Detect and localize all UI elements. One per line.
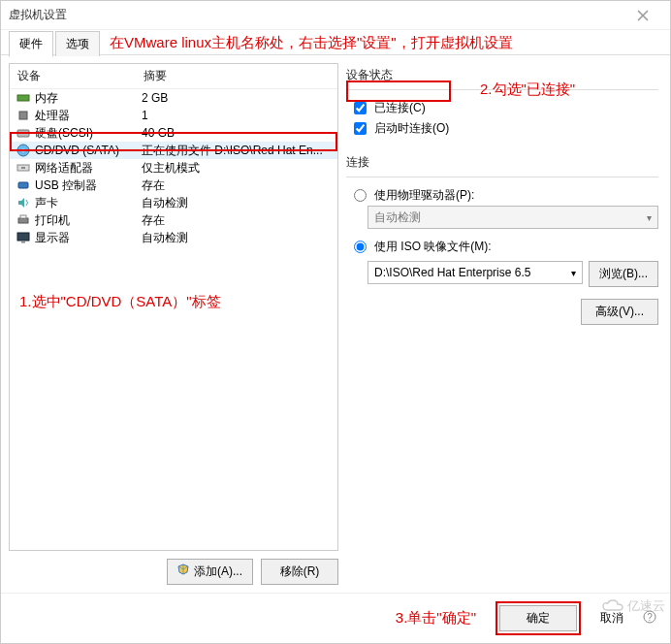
- annotation-step2: 2.勾选"已连接": [480, 80, 575, 99]
- summary-label: 2 GB: [142, 91, 332, 105]
- help-icon[interactable]: ?: [643, 610, 656, 627]
- svg-rect-2: [17, 130, 29, 137]
- device-label: 处理器: [35, 108, 142, 124]
- iso-path-value: D:\ISO\Red Hat Enterprise 6.5: [374, 266, 530, 279]
- svg-rect-11: [21, 242, 25, 243]
- display-icon: [16, 231, 31, 244]
- connected-checkbox-row[interactable]: 已连接(C): [346, 98, 658, 118]
- left-buttons: 添加(A)... 移除(R): [9, 559, 338, 585]
- annotation-top: 在VMware linux主机名称处，右击选择"设置"，打开虚拟机设置: [110, 34, 513, 52]
- cpu-icon: [16, 109, 31, 122]
- sound-icon: [16, 196, 31, 209]
- connection-title: 连接: [346, 154, 658, 171]
- chevron-down-icon: ▾: [647, 212, 652, 223]
- annotation-box-ok: 确定: [495, 601, 581, 635]
- body-area: 设备 摘要 内存 2 GB 处理器 1: [1, 55, 670, 593]
- hw-row-display[interactable]: 显示器 自动检测: [10, 229, 337, 246]
- physical-drive-dropdown-wrap: 自动检测 ▾: [367, 206, 658, 229]
- connected-checkbox[interactable]: [354, 102, 367, 114]
- hw-row-cddvd[interactable]: CD/DVD (SATA) 正在使用文件 D:\ISO\Red Hat En..…: [10, 142, 337, 159]
- connected-label: 已连接(C): [374, 100, 426, 116]
- add-hardware-button[interactable]: 添加(A)...: [167, 559, 253, 585]
- remove-hardware-button[interactable]: 移除(R): [261, 559, 338, 585]
- summary-label: 存在: [142, 212, 332, 229]
- hardware-list-header: 设备 摘要: [10, 64, 337, 89]
- tab-options[interactable]: 选项: [55, 31, 100, 56]
- hw-row-usb[interactable]: USB 控制器 存在: [10, 177, 337, 194]
- device-label: 硬盘(SCSI): [35, 125, 142, 142]
- hardware-list: 设备 摘要 内存 2 GB 处理器 1: [9, 63, 338, 551]
- summary-label: 自动检测: [142, 230, 332, 246]
- device-label: USB 控制器: [35, 177, 142, 194]
- poweron-checkbox[interactable]: [354, 122, 367, 135]
- hw-row-network[interactable]: 网络适配器 仅主机模式: [10, 159, 337, 177]
- iso-label: 使用 ISO 映像文件(M):: [374, 239, 492, 255]
- advanced-button[interactable]: 高级(V)...: [581, 299, 658, 325]
- annotation-step3: 3.单击"确定": [396, 609, 476, 628]
- cd-icon: [16, 144, 31, 157]
- usb-icon: [16, 178, 31, 192]
- summary-label: 存在: [142, 177, 332, 194]
- svg-rect-10: [17, 233, 29, 241]
- summary-label: 正在使用文件 D:\ISO\Red Hat En...: [142, 143, 332, 159]
- device-label: 内存: [35, 90, 142, 107]
- chevron-down-icon: ▾: [571, 268, 576, 278]
- summary-label: 仅主机模式: [142, 160, 332, 177]
- iso-radio[interactable]: [354, 241, 367, 253]
- device-label: 网络适配器: [35, 160, 142, 177]
- col-summary: 摘要: [144, 68, 330, 84]
- iso-path-dropdown[interactable]: D:\ISO\Red Hat Enterprise 6.5 ▾: [367, 261, 583, 284]
- physical-drive-radio[interactable]: [354, 189, 367, 202]
- svg-rect-8: [18, 218, 28, 223]
- memory-icon: [16, 91, 31, 105]
- hw-row-cpu[interactable]: 处理器 1: [10, 107, 337, 124]
- device-label: 打印机: [35, 212, 142, 229]
- svg-rect-6: [21, 167, 25, 169]
- connection-group: 连接 使用物理驱动器(P): 自动检测 ▾ 使用 ISO 映像文件(M):: [346, 150, 658, 329]
- close-icon: [637, 10, 649, 21]
- hw-row-printer[interactable]: 打印机 存在: [10, 211, 337, 229]
- iso-row: D:\ISO\Red Hat Enterprise 6.5 ▾ 浏览(B)...: [367, 261, 658, 287]
- col-device: 设备: [17, 68, 144, 84]
- browse-button[interactable]: 浏览(B)...: [589, 261, 658, 287]
- poweron-label: 启动时连接(O): [374, 120, 449, 137]
- summary-label: 40 GB: [142, 126, 332, 140]
- hw-row-sound[interactable]: 声卡 自动检测: [10, 194, 337, 211]
- iso-radio-row[interactable]: 使用 ISO 映像文件(M):: [346, 237, 658, 257]
- physical-drive-radio-row[interactable]: 使用物理驱动器(P):: [346, 185, 658, 206]
- hw-row-memory[interactable]: 内存 2 GB: [10, 89, 337, 107]
- poweron-checkbox-row[interactable]: 启动时连接(O): [346, 118, 658, 139]
- device-label: 显示器: [35, 230, 142, 246]
- tabs-row: 硬件 选项 在VMware linux主机名称处，右击选择"设置"，打开虚拟机设…: [1, 30, 670, 55]
- hw-row-disk[interactable]: 硬盘(SCSI) 40 GB: [10, 124, 337, 142]
- device-status-group: 设备状态 已连接(C) 启动时连接(O) 2.勾选"已连接": [346, 63, 658, 143]
- right-panel: 设备状态 已连接(C) 启动时连接(O) 2.勾选"已连接" 连接: [346, 63, 662, 585]
- svg-rect-9: [20, 215, 26, 218]
- device-label: 声卡: [35, 195, 142, 211]
- settings-window: 虚拟机设置 硬件 选项 在VMware linux主机名称处，右击选择"设置"，…: [0, 0, 671, 644]
- svg-rect-0: [17, 95, 29, 101]
- left-panel: 设备 摘要 内存 2 GB 处理器 1: [9, 63, 338, 585]
- shield-icon: [177, 564, 189, 575]
- svg-rect-1: [19, 112, 27, 119]
- network-icon: [16, 161, 31, 175]
- printer-icon: [16, 213, 31, 227]
- tab-hardware[interactable]: 硬件: [9, 31, 53, 57]
- svg-rect-7: [18, 182, 28, 188]
- svg-point-4: [22, 149, 25, 152]
- footer: 3.单击"确定" 确定 取消 ?: [1, 593, 670, 643]
- ok-button[interactable]: 确定: [499, 605, 577, 631]
- advanced-row: 高级(V)...: [346, 299, 658, 325]
- physical-drive-value: 自动检测: [374, 209, 421, 226]
- physical-drive-dropdown: 自动检测 ▾: [367, 206, 658, 229]
- divider: [346, 177, 658, 177]
- cancel-button[interactable]: 取消: [591, 606, 633, 630]
- titlebar: 虚拟机设置: [1, 1, 670, 30]
- close-button[interactable]: [623, 2, 662, 29]
- physical-drive-label: 使用物理驱动器(P):: [374, 187, 474, 204]
- svg-text:?: ?: [647, 612, 653, 623]
- summary-label: 自动检测: [142, 195, 332, 211]
- summary-label: 1: [142, 109, 332, 122]
- disk-icon: [16, 126, 31, 140]
- hardware-rows: 内存 2 GB 处理器 1 硬盘(SCSI) 40 GB: [10, 89, 337, 550]
